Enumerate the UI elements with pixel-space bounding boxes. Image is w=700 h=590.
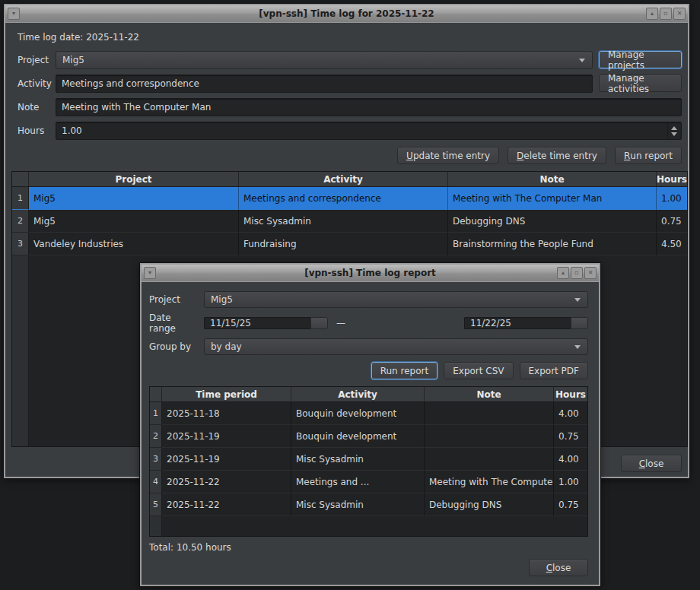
header-activity[interactable]: Activity [291, 387, 425, 401]
close-window-button[interactable]: ✕ [673, 8, 686, 20]
row-number: 3 [12, 233, 29, 255]
header-hours[interactable]: Hours [657, 172, 687, 186]
header-hours[interactable]: Hours [554, 387, 587, 401]
report-row[interactable]: 5 2025-11-22 Misc Sysadmin Debugging DNS… [150, 493, 587, 516]
manage-activities-button[interactable]: Manage activities [599, 75, 682, 92]
date-to-value: 11/22/25 [464, 317, 571, 329]
run-report-button[interactable]: Run report [615, 147, 682, 164]
header-note[interactable]: Note [425, 387, 554, 401]
row-number: 4 [150, 471, 162, 493]
report-row[interactable]: 4 2025-11-22 Meetings and ... Meeting wi… [150, 471, 587, 493]
activity-value: Meetings and correspondence [62, 78, 199, 89]
cell-hours: 1.00 [657, 187, 687, 210]
close-button[interactable]: Close [621, 455, 682, 472]
cell-hours: 0.75 [657, 210, 687, 233]
report-row[interactable]: 2 2025-11-19 Bouquin development 0.75 [150, 425, 587, 448]
dialog-run-report-button[interactable]: Run report [371, 362, 438, 379]
main-window-title: [vpn-ssh] Time log for 2025-11-22 [5, 8, 688, 19]
cell-hours: 4.50 [657, 233, 687, 255]
calendar-dropdown-button[interactable] [571, 317, 588, 329]
close-window-button[interactable]: ✕ [584, 267, 597, 279]
cell-note [425, 448, 554, 471]
shade-button[interactable]: ▴ [646, 8, 658, 20]
row-number: 2 [12, 210, 29, 233]
maximize-button[interactable]: ▫ [660, 8, 672, 20]
spin-down-icon[interactable] [671, 132, 677, 136]
cell-note: Debugging DNS [448, 210, 657, 233]
export-pdf-button[interactable]: Export PDF [520, 362, 588, 379]
window-menu-icon[interactable]: ▾ [8, 8, 20, 20]
date-from-picker[interactable]: 11/15/25 [204, 317, 328, 329]
combo-arrow-icon [574, 298, 581, 302]
report-table-header[interactable]: Time period Activity Note Hours [150, 387, 587, 402]
maximize-button[interactable]: ▫ [571, 267, 583, 279]
cell-project: Vandeley Industries [29, 233, 239, 255]
time-log-date-label: Time log date: 2025-11-22 [13, 32, 682, 43]
cell-hours: 0.75 [554, 493, 587, 516]
note-label: Note [18, 98, 49, 116]
cell-note: Debugging DNS [425, 493, 554, 516]
activity-input[interactable]: Meetings and correspondence [56, 75, 593, 93]
cell-note [425, 402, 554, 425]
activity-label: Activity [18, 75, 49, 93]
table-row[interactable]: 2 Mig5 Misc Sysadmin Debugging DNS 0.75 [12, 210, 687, 233]
table-header[interactable]: Project Activity Note Hours [12, 172, 687, 187]
calendar-dropdown-button[interactable] [310, 317, 328, 329]
table-row[interactable]: 1 Mig5 Meetings and correspondence Meeti… [12, 187, 687, 210]
delete-time-entry-button[interactable]: Delete time entry [508, 147, 606, 164]
row-number: 1 [12, 187, 29, 210]
header-time-period[interactable]: Time period [162, 387, 291, 401]
report-table: Time period Activity Note Hours 1 2025-1… [149, 386, 588, 537]
table-row[interactable]: 3 Vandeley Industries Fundraising Brains… [12, 233, 687, 255]
note-input[interactable]: Meeting with The Computer Man [56, 98, 682, 116]
date-range-separator: — [336, 318, 345, 328]
dialog-close-button[interactable]: Close [529, 559, 588, 576]
note-value: Meeting with The Computer Man [62, 102, 211, 113]
main-titlebar[interactable]: ▾ [vpn-ssh] Time log for 2025-11-22 ▴ ▫ … [5, 5, 688, 22]
combo-arrow-icon [574, 345, 581, 349]
cell-activity: Fundraising [239, 233, 448, 255]
project-label: Project [18, 51, 49, 69]
shade-button[interactable]: ▴ [557, 267, 569, 279]
group-by-label: Group by [149, 338, 198, 355]
dialog-titlebar[interactable]: ▾ [vpn-ssh] Time log report ▴ ▫ ✕ [142, 265, 599, 281]
cell-project: Mig5 [29, 187, 239, 210]
combo-arrow-icon [579, 59, 585, 62]
report-project-combobox[interactable]: Mig5 [204, 291, 588, 308]
window-menu-icon[interactable]: ▾ [144, 267, 156, 279]
hours-value: 1.00 [62, 125, 82, 136]
cell-project: Mig5 [29, 210, 239, 233]
row-number: 3 [150, 448, 162, 471]
report-project-value: Mig5 [211, 294, 233, 305]
report-row[interactable]: 3 2025-11-19 Misc Sysadmin 4.00 [150, 448, 587, 471]
cell-activity: Misc Sysadmin [291, 448, 425, 471]
header-project[interactable]: Project [29, 172, 239, 186]
cell-activity: Bouquin development [291, 402, 425, 425]
hours-spinbox[interactable]: 1.00 [56, 122, 682, 140]
corner-cell [12, 172, 29, 186]
cell-activity: Meetings and correspondence [239, 187, 448, 210]
cell-activity: Bouquin development [291, 425, 425, 448]
report-row[interactable]: 1 2025-11-18 Bouquin development 4.00 [150, 402, 587, 425]
date-to-picker[interactable]: 11/22/25 [464, 317, 588, 329]
row-number: 1 [150, 402, 162, 425]
manage-projects-button[interactable]: Manage projects [599, 51, 682, 68]
cell-activity: Meetings and ... [291, 471, 425, 493]
row-number: 5 [150, 493, 162, 516]
cell-period: 2025-11-19 [162, 425, 291, 448]
header-note[interactable]: Note [448, 172, 657, 186]
spin-up-icon[interactable] [671, 126, 677, 130]
header-activity[interactable]: Activity [239, 172, 448, 186]
total-hours-label: Total: 10.50 hours [149, 542, 588, 553]
row-number: 2 [150, 425, 162, 448]
export-csv-button[interactable]: Export CSV [444, 362, 513, 379]
cell-note: Brainstorming the People Fund [448, 233, 657, 255]
dialog-title: [vpn-ssh] Time log report [142, 268, 599, 278]
cell-hours: 0.75 [554, 425, 587, 448]
spinner-buttons[interactable] [667, 123, 680, 138]
group-by-combobox[interactable]: by day [204, 338, 588, 355]
project-combobox[interactable]: Mig5 [56, 51, 593, 69]
update-time-entry-button[interactable]: Update time entry [397, 147, 499, 164]
date-from-value: 11/15/25 [204, 317, 310, 329]
cell-period: 2025-11-22 [162, 471, 291, 493]
